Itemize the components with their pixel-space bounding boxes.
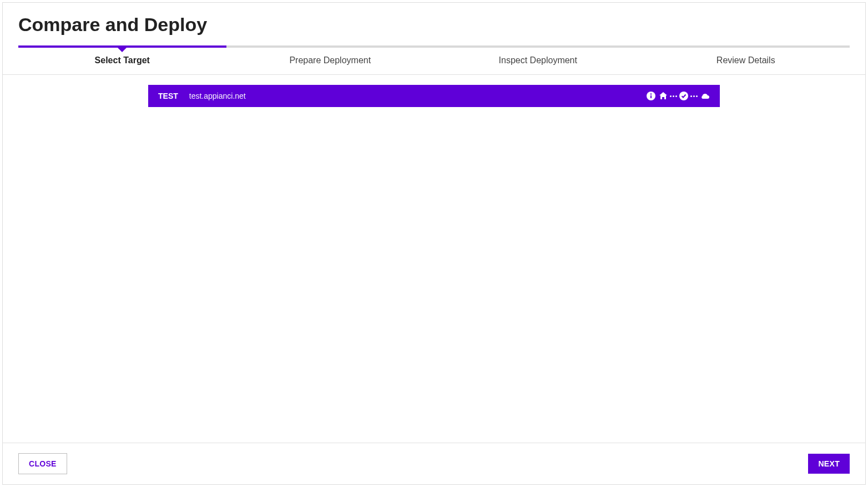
step-label: Review Details <box>642 48 850 74</box>
info-icon <box>647 92 655 100</box>
compare-deploy-modal: Compare and Deploy Select Target Prepare… <box>2 2 866 485</box>
step-label: Prepare Deployment <box>226 48 435 74</box>
home-icon <box>659 92 668 100</box>
target-row-test[interactable]: TEST test.appianci.net <box>148 85 720 107</box>
target-status-icons <box>647 92 710 100</box>
step-inspect-deployment[interactable]: Inspect Deployment <box>434 45 642 74</box>
target-url: test.appianci.net <box>189 92 246 100</box>
modal-header: Compare and Deploy Select Target Prepare… <box>3 3 865 75</box>
step-select-target[interactable]: Select Target <box>18 45 226 74</box>
close-button[interactable]: CLOSE <box>18 453 67 474</box>
content-area: TEST test.appianci.net <box>3 75 865 443</box>
stepper: Select Target Prepare Deployment Inspect… <box>18 45 850 74</box>
cloud-icon <box>700 92 710 100</box>
target-name: TEST <box>158 92 178 100</box>
connection-dots-icon <box>690 95 698 97</box>
connection-dots-icon <box>670 95 677 97</box>
page-title: Compare and Deploy <box>18 14 850 35</box>
check-circle-icon <box>679 92 688 100</box>
step-prepare-deployment[interactable]: Prepare Deployment <box>226 45 435 74</box>
step-label: Inspect Deployment <box>434 48 642 74</box>
svg-rect-1 <box>650 95 652 98</box>
svg-point-2 <box>650 93 652 94</box>
step-review-details[interactable]: Review Details <box>642 45 850 74</box>
modal-footer: CLOSE NEXT <box>3 443 865 484</box>
next-button[interactable]: NEXT <box>808 454 850 474</box>
